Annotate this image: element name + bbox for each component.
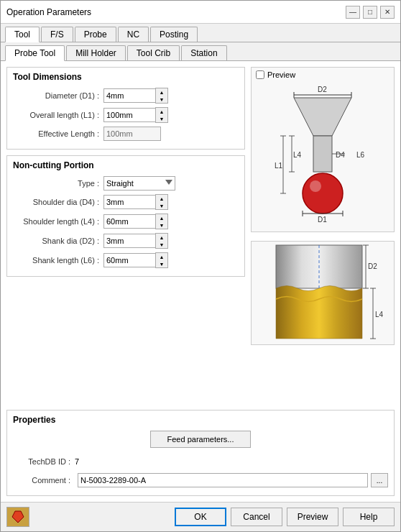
- feed-parameters-button[interactable]: Feed parameters...: [150, 431, 251, 448]
- bottom-bar: OK Cancel Preview Help: [1, 502, 400, 531]
- minimize-button[interactable]: —: [346, 6, 360, 19]
- close-button[interactable]: ✕: [380, 6, 395, 19]
- properties-section: Properties Feed parameters... TechDB ID …: [6, 410, 395, 496]
- window-title: Operation Parameters: [6, 7, 91, 17]
- svg-text:D2: D2: [368, 262, 377, 270]
- shank-length-spin-up[interactable]: ▲: [156, 253, 167, 260]
- svg-point-17: [303, 173, 343, 214]
- svg-rect-5: [313, 136, 332, 172]
- shoulder-dia-input[interactable]: [103, 195, 155, 209]
- main-window: Operation Parameters — □ ✕ Tool F/S Prob…: [0, 0, 401, 532]
- tab-fs[interactable]: F/S: [41, 27, 73, 42]
- shoulder-length-input[interactable]: [103, 214, 155, 229]
- preview-header: Preview: [252, 68, 300, 82]
- shoulder-dia-spin-down[interactable]: ▼: [156, 202, 167, 209]
- ok-button[interactable]: OK: [175, 508, 226, 526]
- effective-length-label: Effective Length :: [13, 129, 99, 138]
- sub-tab-tool-crib[interactable]: Tool Crib: [127, 45, 180, 60]
- tab-probe[interactable]: Probe: [75, 27, 116, 42]
- overall-length-spin: ▲ ▼: [103, 107, 168, 123]
- type-dropdown-container: Straight Tapered: [103, 176, 175, 191]
- diameter-spin-buttons: ▲ ▼: [155, 88, 168, 104]
- tool-diagram-svg: D2 D4 L6 L1: [254, 82, 391, 222]
- comment-row: Comment : ...: [13, 473, 388, 487]
- sub-tab-station[interactable]: Station: [181, 45, 226, 60]
- svg-marker-4: [294, 98, 351, 136]
- status-icon: [6, 507, 29, 527]
- svg-text:D1: D1: [318, 216, 327, 222]
- shank-dia-spin-buttons: ▲ ▼: [155, 233, 168, 249]
- svg-text:L1: L1: [275, 162, 283, 170]
- shank-dia-spin-up[interactable]: ▲: [156, 234, 167, 241]
- non-cutting-diagram-svg: D2 L4: [254, 242, 391, 342]
- maximize-button[interactable]: □: [363, 6, 377, 19]
- effective-length-row: Effective Length :: [13, 127, 239, 141]
- tab-nc[interactable]: NC: [118, 27, 149, 42]
- non-cutting-section: Non-cutting Portion Type : Straight Tape…: [6, 155, 245, 277]
- overall-length-row: Overall length (L1) : ▲ ▼: [13, 107, 239, 123]
- shank-dia-input[interactable]: [103, 234, 155, 248]
- preview-label: Preview: [267, 70, 295, 79]
- diameter-spin-up[interactable]: ▲: [156, 88, 167, 96]
- shank-dia-spin-down[interactable]: ▼: [156, 241, 167, 248]
- effective-length-input: [103, 127, 161, 141]
- non-cutting-title: Non-cutting Portion: [13, 160, 239, 170]
- preview-checkbox[interactable]: [256, 70, 264, 79]
- shoulder-length-spin-buttons: ▲ ▼: [155, 214, 168, 229]
- main-content: Tool Dimensions Diameter (D1) : ▲ ▼ Over: [6, 67, 395, 404]
- shank-dia-row: Shank dia (D2) : ▲ ▼: [13, 233, 239, 249]
- sub-tab-mill-holder[interactable]: Mill Holder: [66, 45, 126, 60]
- bottom-left: [6, 507, 29, 527]
- shank-dia-spin: ▲ ▼: [103, 233, 168, 249]
- type-row: Type : Straight Tapered: [13, 176, 239, 191]
- shoulder-dia-label: Shoulder dia (D4) :: [13, 198, 99, 206]
- shoulder-dia-spin: ▲ ▼: [103, 194, 168, 210]
- techdb-label: TechDB ID :: [13, 457, 70, 466]
- shoulder-length-label: Shoulder length (L4) :: [13, 217, 99, 226]
- non-cutting-preview-box: D2 L4: [251, 241, 395, 345]
- diameter-spin-down[interactable]: ▼: [156, 96, 167, 103]
- tab-tool[interactable]: Tool: [5, 27, 40, 42]
- overall-length-spin-down[interactable]: ▼: [156, 115, 167, 122]
- shank-length-spin: ▲ ▼: [103, 252, 168, 268]
- browse-button[interactable]: ...: [371, 473, 388, 487]
- type-label: Type :: [13, 179, 99, 188]
- shank-length-label: Shank length (L6) :: [13, 256, 99, 265]
- comment-input[interactable]: [78, 473, 368, 487]
- shoulder-length-spin-down[interactable]: ▼: [156, 221, 167, 229]
- svg-marker-33: [12, 511, 24, 523]
- preview-button[interactable]: Preview: [287, 508, 338, 526]
- svg-point-18: [310, 180, 321, 192]
- techdb-value: 7: [75, 457, 79, 466]
- shoulder-length-spin-up[interactable]: ▲: [156, 214, 167, 221]
- properties-title: Properties: [13, 415, 388, 425]
- shank-length-spin-buttons: ▲ ▼: [155, 252, 168, 268]
- right-panel: Preview D2 D4: [251, 67, 395, 404]
- shoulder-dia-spin-buttons: ▲ ▼: [155, 194, 168, 210]
- svg-text:L4: L4: [375, 311, 384, 318]
- diameter-row: Diameter (D1) : ▲ ▼: [13, 88, 239, 104]
- tab-posting[interactable]: Posting: [150, 27, 198, 42]
- shoulder-length-row: Shoulder length (L4) : ▲ ▼: [13, 214, 239, 229]
- techdb-row: TechDB ID : 7: [13, 457, 388, 466]
- comment-label: Comment :: [13, 476, 70, 485]
- title-bar: Operation Parameters — □ ✕: [1, 1, 400, 24]
- shank-length-row: Shank length (L6) : ▲ ▼: [13, 252, 239, 268]
- svg-text:D2: D2: [318, 86, 327, 93]
- overall-length-label: Overall length (L1) :: [13, 111, 99, 119]
- shank-dia-label: Shank dia (D2) :: [13, 237, 99, 245]
- svg-text:L4: L4: [293, 151, 302, 159]
- overall-length-input[interactable]: [103, 108, 155, 122]
- sub-tab-probe-tool[interactable]: Probe Tool: [5, 45, 65, 61]
- shank-length-input[interactable]: [103, 253, 155, 267]
- cancel-button[interactable]: Cancel: [231, 508, 282, 526]
- shank-length-spin-down[interactable]: ▼: [156, 260, 167, 267]
- diameter-input[interactable]: [103, 88, 155, 103]
- shoulder-dia-spin-up[interactable]: ▲: [156, 195, 167, 202]
- overall-length-spin-up[interactable]: ▲: [156, 108, 167, 115]
- help-button[interactable]: Help: [343, 508, 395, 526]
- type-dropdown[interactable]: Straight Tapered: [103, 176, 175, 191]
- shoulder-dia-row: Shoulder dia (D4) : ▲ ▼: [13, 194, 239, 210]
- tool-preview-box: Preview D2 D4: [251, 67, 395, 232]
- main-tab-bar: Tool F/S Probe NC Posting: [1, 24, 400, 42]
